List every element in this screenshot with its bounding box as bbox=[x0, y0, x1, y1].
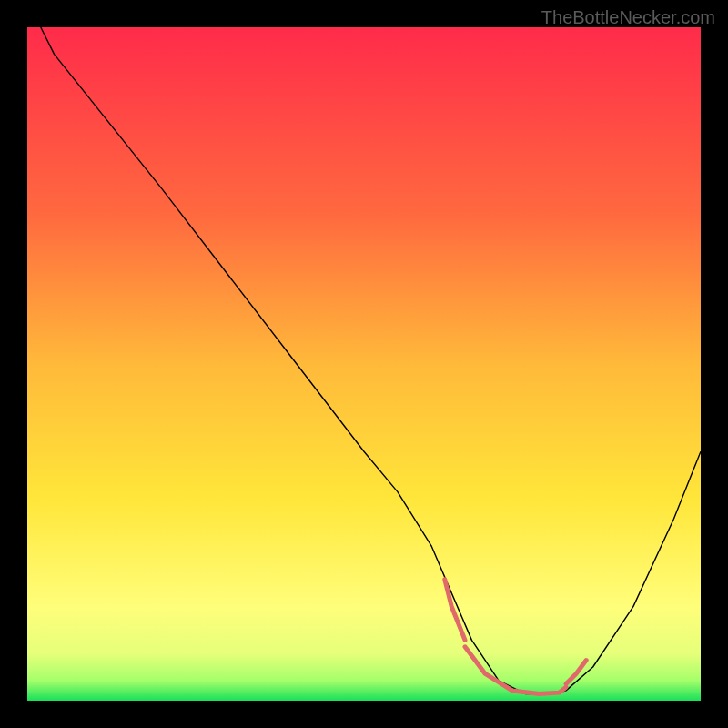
watermark-label: TheBottleNecker.com bbox=[541, 7, 715, 28]
chart-svg bbox=[27, 27, 701, 701]
chart-container: TheBottleNecker.com bbox=[0, 0, 728, 728]
plot-area bbox=[27, 27, 701, 701]
gradient-background bbox=[27, 27, 701, 701]
